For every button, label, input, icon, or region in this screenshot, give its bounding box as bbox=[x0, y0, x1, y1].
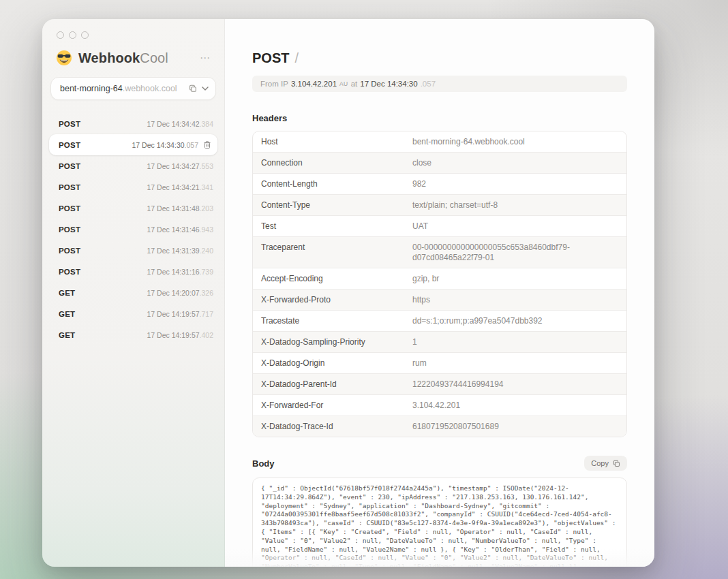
request-list-item[interactable]: GET 17 Dec 14:19:57.717 bbox=[42, 303, 224, 324]
header-value: 1 bbox=[412, 337, 618, 347]
request-method-label: POST bbox=[59, 162, 80, 170]
origin-at-word: at bbox=[351, 80, 358, 88]
request-body-content[interactable]: { "_id" : ObjectId("67618bf57f018f2744a2… bbox=[252, 478, 627, 567]
request-timestamp-ms: .240 bbox=[200, 247, 213, 255]
window-zoom-button[interactable] bbox=[81, 31, 89, 39]
header-name: X-Datadog-Sampling-Priority bbox=[261, 337, 412, 347]
header-row: Accept-Encoding gzip, br bbox=[253, 268, 626, 289]
window-controls bbox=[42, 19, 224, 39]
request-timestamp: 17 Dec 14:31:48.203 bbox=[147, 204, 214, 213]
header-row: Content-Length 982 bbox=[253, 173, 626, 194]
request-list-item[interactable]: GET 17 Dec 14:20:07.326 bbox=[42, 282, 224, 303]
request-method-label: POST bbox=[59, 247, 80, 255]
header-value: 6180719520807501689 bbox=[412, 422, 618, 432]
request-list-item[interactable]: GET 17 Dec 14:19:57.402 bbox=[42, 324, 224, 345]
request-method-label: POST bbox=[59, 204, 80, 213]
request-list-item[interactable]: POST 17 Dec 14:31:46.943 bbox=[42, 219, 224, 240]
request-timestamp: 17 Dec 14:31:46.943 bbox=[147, 225, 214, 234]
request-list-item[interactable]: POST 17 Dec 14:34:42.384 bbox=[42, 113, 224, 134]
header-name: Content-Length bbox=[261, 179, 412, 189]
header-row: X-Forwarded-For 3.104.42.201 bbox=[253, 394, 626, 416]
request-list-item[interactable]: POST 17 Dec 14:34:30.057 bbox=[49, 134, 217, 155]
body-heading-row: Body Copy bbox=[252, 456, 627, 471]
request-method-label: POST bbox=[59, 225, 80, 234]
chevron-down-icon[interactable] bbox=[202, 87, 209, 91]
header-name: X-Datadog-Origin bbox=[261, 358, 412, 369]
request-timestamp-ms: .739 bbox=[200, 268, 213, 276]
brand-row: WebhookCool ⋯ bbox=[42, 39, 224, 66]
app-title: WebhookCool bbox=[78, 50, 168, 66]
webhook-subdomain: bent-morning-64 bbox=[60, 84, 123, 93]
copy-body-button[interactable]: Copy bbox=[584, 456, 627, 471]
request-timestamp: 17 Dec 14:20:07.326 bbox=[147, 289, 214, 297]
request-timestamp: 17 Dec 14:31:39.240 bbox=[147, 247, 214, 255]
request-timestamp: 17 Dec 14:34:30.057 bbox=[132, 141, 199, 149]
header-value: UAT bbox=[412, 221, 618, 232]
header-name: X-Datadog-Parent-Id bbox=[261, 379, 412, 390]
copy-body-label: Copy bbox=[591, 459, 609, 467]
header-row: Host bent-morning-64.webhook.cool bbox=[253, 131, 626, 152]
request-list-item[interactable]: POST 17 Dec 14:31:39.240 bbox=[42, 240, 224, 261]
request-timestamp: 17 Dec 14:34:21.341 bbox=[147, 183, 214, 191]
header-value: https bbox=[412, 295, 618, 305]
header-row: Tracestate dd=s:1;o:rum;p:a997ea5047dbb3… bbox=[253, 310, 626, 331]
request-timestamp-ms: .384 bbox=[200, 120, 213, 128]
app-title-bold: Webhook bbox=[78, 50, 140, 65]
header-name: X-Forwarded-For bbox=[261, 401, 412, 411]
request-timestamp-ms: .341 bbox=[200, 183, 213, 191]
request-method-label: POST bbox=[59, 183, 80, 191]
header-value: 3.104.42.201 bbox=[412, 401, 618, 411]
header-row: X-Datadog-Sampling-Priority 1 bbox=[253, 331, 626, 352]
header-name: Test bbox=[261, 221, 412, 232]
request-method-label: POST bbox=[59, 268, 80, 276]
request-timestamp: 17 Dec 14:19:57.402 bbox=[147, 331, 214, 339]
header-name: X-Forwarded-Proto bbox=[261, 295, 412, 305]
request-detail-panel: POST/ From IP 3.104.42.201 AU at 17 Dec … bbox=[225, 19, 654, 567]
webhook-domain-input[interactable]: bent-morning-64.webhook.cool bbox=[50, 77, 216, 100]
header-name: X-Datadog-Trace-Id bbox=[261, 422, 412, 432]
header-name: Tracestate bbox=[261, 316, 412, 326]
headers-heading: Headers bbox=[252, 113, 627, 123]
request-list-item[interactable]: POST 17 Dec 14:31:48.203 bbox=[42, 198, 224, 219]
domain-input-actions bbox=[189, 84, 209, 93]
request-timestamp-ms: .402 bbox=[200, 331, 213, 339]
header-value: gzip, br bbox=[412, 274, 618, 284]
window-close-button[interactable] bbox=[57, 31, 64, 39]
header-row: Content-Type text/plain; charset=utf-8 bbox=[253, 194, 626, 215]
header-value: 982 bbox=[412, 179, 618, 189]
request-timestamp-ms: .203 bbox=[200, 204, 213, 213]
header-name: Accept-Encoding bbox=[261, 274, 412, 284]
copy-icon bbox=[613, 460, 620, 467]
request-origin-bar: From IP 3.104.42.201 AU at 17 Dec 14:34:… bbox=[252, 76, 627, 92]
header-value: bent-morning-64.webhook.cool bbox=[412, 137, 618, 147]
request-timestamp: 17 Dec 14:34:27.553 bbox=[147, 162, 214, 170]
request-list-item[interactable]: POST 17 Dec 14:34:27.553 bbox=[42, 155, 224, 176]
origin-time: 17 Dec 14:34:30 bbox=[360, 80, 417, 88]
webhook-domain-suffix: .webhook.cool bbox=[123, 84, 177, 93]
body-heading: Body bbox=[252, 458, 275, 469]
header-name: Connection bbox=[261, 158, 412, 168]
request-timestamp-ms: .553 bbox=[200, 162, 213, 170]
logo-emoji-icon bbox=[56, 50, 72, 66]
origin-time-ms: .057 bbox=[421, 80, 436, 88]
request-timestamp-ms: .943 bbox=[200, 225, 213, 234]
header-row: Connection close bbox=[253, 152, 626, 173]
request-list-item[interactable]: POST 17 Dec 14:34:21.341 bbox=[42, 176, 224, 198]
window-minimize-button[interactable] bbox=[69, 31, 76, 39]
request-method-label: GET bbox=[59, 310, 75, 318]
header-value: rum bbox=[412, 358, 618, 369]
header-value: dd=s:1;o:rum;p:a997ea5047dbb392 bbox=[412, 316, 618, 326]
origin-ip: 3.104.42.201 bbox=[291, 80, 337, 88]
header-row: Traceparent 00-000000000000000055c653a84… bbox=[253, 236, 626, 268]
header-row: Test UAT bbox=[253, 215, 626, 236]
delete-request-icon[interactable] bbox=[203, 140, 211, 149]
request-list-item[interactable]: POST 17 Dec 14:31:16.739 bbox=[42, 261, 224, 282]
copy-domain-icon[interactable] bbox=[189, 84, 197, 93]
header-value: 12220493744416994194 bbox=[412, 379, 618, 390]
request-method-label: GET bbox=[59, 331, 75, 339]
header-row: X-Datadog-Parent-Id 12220493744416994194 bbox=[253, 373, 626, 394]
origin-prefix: From IP bbox=[260, 80, 288, 88]
sidebar-menu-icon[interactable]: ⋯ bbox=[197, 50, 213, 65]
header-value: text/plain; charset=utf-8 bbox=[412, 200, 618, 210]
origin-country-code: AU bbox=[339, 80, 348, 87]
